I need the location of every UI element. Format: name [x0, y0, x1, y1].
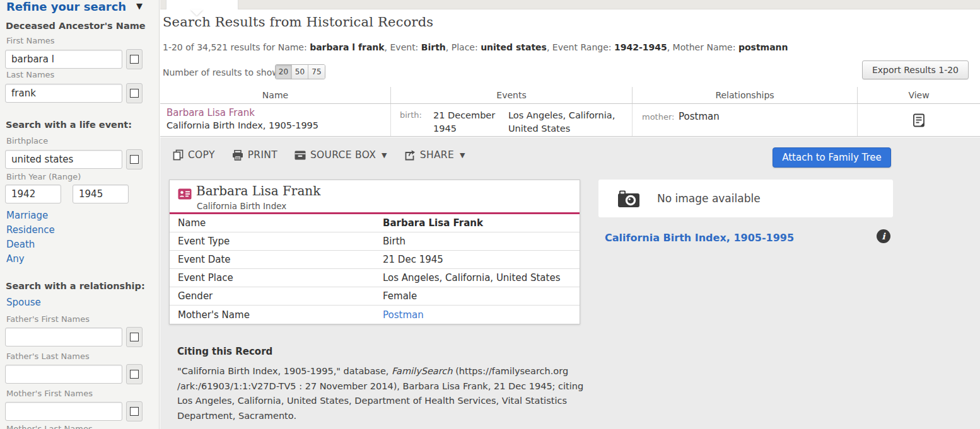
record-field-row: Name Barbara Lisa Frank [170, 214, 580, 232]
fathers-first-names-label: Father's First Names [6, 314, 90, 324]
sidebar-title: Refine your search [6, 0, 126, 13]
print-button[interactable]: PRINT [232, 149, 277, 161]
share-icon [404, 150, 416, 161]
copy-label: COPY [188, 149, 215, 161]
summary-text: , Mother Name: [667, 42, 738, 52]
event-type-label: birth: [400, 109, 433, 136]
print-icon [232, 150, 243, 161]
export-results-button[interactable]: Export Results 1-20 [862, 60, 969, 79]
view-record-button[interactable] [858, 104, 980, 136]
mothers-first-names-input[interactable] [5, 402, 122, 421]
attach-to-family-tree-button[interactable]: Attach to Family Tree [773, 147, 891, 168]
life-event-link-death[interactable]: Death [6, 239, 35, 250]
summary-text: , Event Range: [547, 42, 614, 52]
citation-heading: Citing this Record [177, 346, 587, 357]
checkbox-icon [130, 333, 139, 341]
results-summary: 1-20 of 34,521 results for Name: barbara… [163, 42, 788, 52]
record-field-row: Event Type Birth [170, 232, 580, 251]
mother-name-link[interactable]: Postman [383, 309, 424, 321]
source-box-label: SOURCE BOX [310, 149, 376, 161]
citation-section: Citing this Record "California Birth Ind… [177, 346, 587, 423]
checkbox-icon [130, 89, 139, 98]
refine-search-sidebar: Refine your search ▼ Deceased Ancestor's… [0, 0, 160, 429]
field-value: Los Angeles, California, United States [383, 272, 560, 283]
result-events-cell: birth: 21 December 1945 Los Angeles, Cal… [391, 104, 633, 136]
document-icon [913, 113, 925, 127]
top-tab-strip [160, 0, 980, 9]
collection-link[interactable]: California Birth Index, 1905-1995 [605, 232, 794, 244]
first-names-label: First Names [6, 36, 55, 45]
first-names-exact-checkbox[interactable] [126, 49, 143, 69]
checkbox-icon [130, 155, 139, 164]
copy-button[interactable]: COPY [173, 149, 215, 161]
birth-year-from-input[interactable] [5, 185, 61, 203]
summary-name-value: barbara l frank [310, 42, 384, 52]
birthplace-exact-checkbox[interactable] [126, 149, 143, 169]
birth-year-to-input[interactable] [73, 185, 129, 203]
record-field-row: Event Date 21 Dec 1945 [170, 251, 580, 269]
life-event-link-any[interactable]: Any [6, 253, 25, 265]
life-event-link-marriage[interactable]: Marriage [6, 210, 48, 221]
share-button[interactable]: SHARE ▼ [404, 149, 465, 161]
checkbox-icon [130, 370, 139, 379]
info-icon[interactable]: i [877, 229, 890, 243]
mothers-last-names-label: Mother's Last Names [6, 424, 93, 429]
field-value: 21 Dec 1945 [383, 254, 443, 265]
print-label: PRINT [248, 149, 277, 161]
birthplace-label: Birthplace [6, 136, 48, 146]
summary-place-value: united states [481, 42, 547, 52]
source-box-icon [295, 151, 306, 160]
no-image-panel: No image available [598, 180, 893, 217]
column-header-name: Name [160, 87, 391, 103]
field-label: Mother's Name [170, 309, 383, 321]
fathers-last-exact-checkbox[interactable] [126, 364, 143, 384]
results-per-page-50[interactable]: 50 [292, 65, 308, 79]
field-label: Name [170, 217, 383, 229]
results-per-page-control: 20 50 75 [275, 64, 325, 79]
chevron-down-icon: ▼ [382, 151, 387, 159]
life-event-heading: Search with a life event: [6, 120, 132, 130]
record-id-card-icon [178, 188, 192, 200]
ancestor-name-heading: Deceased Ancestor's Name [6, 21, 146, 31]
checkbox-icon [130, 407, 139, 416]
result-relationships-cell: mother: Postman [633, 104, 858, 136]
fathers-last-names-label: Father's Last Names [6, 352, 90, 361]
record-field-row: Event Place Los Angeles, California, Uni… [170, 269, 580, 287]
relationship-link-spouse[interactable]: Spouse [6, 297, 41, 308]
last-names-input[interactable] [5, 84, 122, 103]
result-name-link[interactable]: Barbara Lisa Frank [166, 107, 384, 118]
camera-icon [617, 189, 640, 208]
page-title: Search Results from Historical Records [163, 14, 433, 30]
results-per-page-20[interactable]: 20 [276, 65, 292, 79]
source-box-button[interactable]: SOURCE BOX ▼ [295, 149, 387, 161]
life-event-link-residence[interactable]: Residence [6, 224, 55, 236]
birth-year-label: Birth Year (Range) [6, 172, 81, 181]
result-name-cell: Barbara Lisa Frank California Birth Inde… [160, 104, 391, 136]
results-per-page-75[interactable]: 75 [308, 65, 325, 79]
active-results-tab[interactable] [166, 0, 238, 9]
fathers-last-names-input[interactable] [5, 365, 122, 384]
record-detail-card: Barbara Lisa Frank California Birth Inde… [169, 180, 580, 324]
summary-mother-value: postmann [738, 42, 788, 52]
first-names-input[interactable] [5, 50, 122, 69]
copy-icon [173, 149, 184, 161]
collapse-panel-icon[interactable]: ▼ [136, 1, 143, 11]
column-header-relationships: Relationships [633, 87, 858, 103]
last-names-exact-checkbox[interactable] [126, 83, 143, 103]
checkbox-icon [130, 55, 139, 64]
summary-text: , Place: [446, 42, 481, 52]
fathers-first-names-input[interactable] [5, 328, 122, 346]
fathers-first-exact-checkbox[interactable] [126, 327, 143, 347]
birthplace-input[interactable] [5, 150, 122, 169]
result-collection: California Birth Index, 1905-1995 [166, 120, 384, 130]
search-results-main: Search Results from Historical Records 1… [160, 0, 980, 429]
relationship-label: mother: [642, 111, 679, 136]
column-header-view: View [858, 87, 980, 103]
record-field-row: Gender Female [170, 287, 580, 306]
summary-text: 1-20 of 34,521 results for Name: [163, 42, 310, 52]
no-image-text: No image available [657, 192, 761, 205]
mothers-first-exact-checkbox[interactable] [126, 401, 143, 421]
mothers-first-names-label: Mother's First Names [6, 389, 93, 398]
event-date: 21 December 1945 [433, 109, 508, 136]
event-place: Los Angeles, California, United States [508, 109, 623, 136]
